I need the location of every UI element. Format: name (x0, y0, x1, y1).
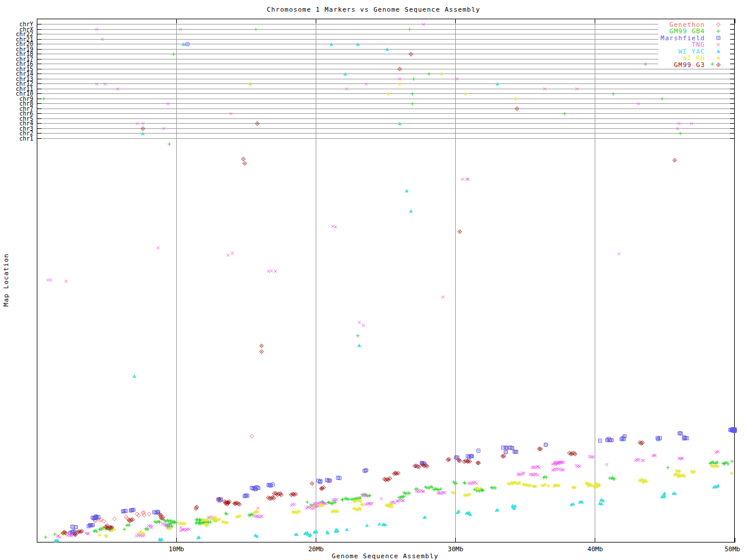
legend: GenethonGM99 GB4MarshfieldTNGWI YACWI RH… (658, 20, 731, 69)
legend-symbol-fill (718, 37, 719, 38)
y-axis-label: Map Location (2, 253, 10, 306)
xtick-label-50Mb: 50Mb (725, 545, 741, 553)
legend-label: GM99 G3 (674, 61, 705, 69)
chart-page: GenethonGM99 GB4MarshfieldTNGWI YACWI RH… (0, 0, 747, 560)
xtick-label-20Mb: 20Mb (308, 545, 324, 553)
legend-symbol-asterisk (717, 57, 720, 60)
chart-title: Chromosome 1 Markers vs Genome Sequence … (267, 6, 480, 13)
xtick-label-30Mb: 30Mb (448, 545, 463, 553)
xtick-label-40Mb: 40Mb (588, 545, 603, 553)
legend-symbol-fill (718, 64, 719, 65)
x-axis-label: Genome Sequence Assembly (332, 552, 439, 560)
chart-canvas: GenethonGM99 GB4MarshfieldTNGWI YACWI RH… (0, 0, 747, 560)
chrom-label-chrY: chrY (19, 21, 33, 27)
xtick-label-10Mb: 10Mb (169, 545, 184, 553)
